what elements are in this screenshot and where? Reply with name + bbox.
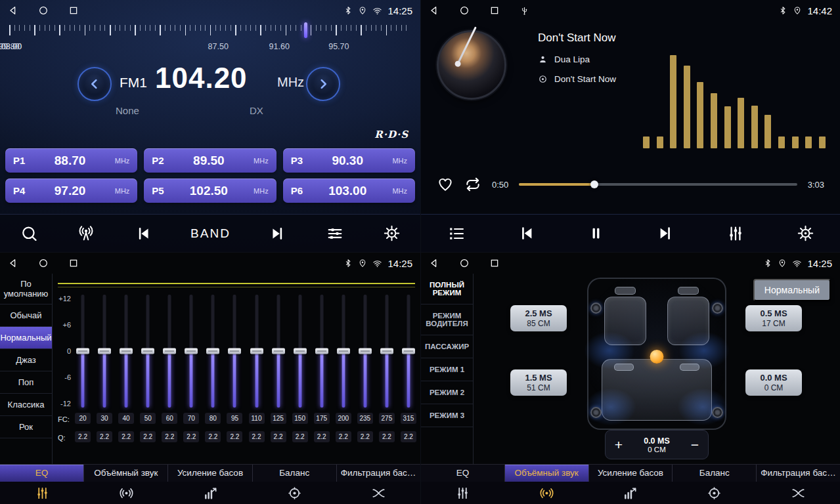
audio-tab[interactable]: Баланс: [673, 465, 757, 482]
eq-preset-item[interactable]: Нормальный: [0, 327, 52, 349]
eq-band-slider[interactable]: [401, 295, 416, 408]
nav-recents-icon[interactable]: [489, 5, 500, 16]
sound-preset-button[interactable]: Нормальный: [753, 279, 831, 301]
slider-thumb[interactable]: [402, 348, 415, 354]
tab-icon-surround[interactable]: [505, 482, 589, 504]
seek-thumb[interactable]: [590, 180, 598, 188]
mixer-icon[interactable]: [726, 224, 745, 243]
slider-thumb[interactable]: [206, 348, 219, 354]
nav-home-icon[interactable]: [38, 258, 49, 268]
tab-icon-surround[interactable]: [84, 482, 168, 504]
nav-home-icon[interactable]: [459, 258, 470, 268]
pause-icon[interactable]: [587, 224, 605, 242]
eq-band-slider[interactable]: [118, 295, 134, 408]
eq-preset-item[interactable]: Классика: [0, 394, 52, 416]
tune-down-button[interactable]: [77, 67, 112, 101]
preset-button[interactable]: P6 103.00 MHz: [283, 178, 415, 203]
audio-tab[interactable]: Фильтрация басов: [757, 465, 840, 482]
prev-track-icon[interactable]: [518, 224, 535, 242]
preset-button[interactable]: P4 97.20 MHz: [5, 178, 137, 203]
audio-tab[interactable]: Усиление басов: [168, 465, 252, 482]
nav-recents-icon[interactable]: [68, 5, 79, 16]
next-track-icon[interactable]: [657, 224, 674, 242]
slider-thumb[interactable]: [315, 348, 328, 354]
preset-button[interactable]: P5 102.50 MHz: [144, 178, 276, 203]
listening-mode-item[interactable]: РЕЖИМ 1: [421, 358, 473, 381]
band-button[interactable]: BAND: [190, 226, 231, 241]
audio-tab[interactable]: Объёмный звук: [84, 465, 168, 482]
audio-tab[interactable]: EQ: [421, 465, 505, 482]
slider-thumb[interactable]: [228, 348, 241, 354]
nav-back-icon[interactable]: [429, 5, 439, 16]
rear-left-delay[interactable]: 1.5 MS 51 CM: [510, 369, 567, 396]
preset-button[interactable]: P1 88.70 MHz: [5, 148, 137, 173]
listening-mode-item[interactable]: ПАССАЖИР: [421, 335, 473, 358]
slider-thumb[interactable]: [98, 348, 111, 354]
tab-icon-balance[interactable]: [252, 482, 336, 504]
slider-thumb[interactable]: [272, 348, 285, 354]
favorite-heart-icon[interactable]: [437, 176, 454, 193]
eq-band-slider[interactable]: [292, 295, 308, 408]
tab-icon-eq[interactable]: [421, 482, 505, 504]
audio-tab[interactable]: Объёмный звук: [505, 465, 589, 482]
front-right-delay[interactable]: 0.5 MS 17 CM: [745, 305, 802, 331]
eq-band-slider[interactable]: [357, 295, 373, 408]
nav-recents-icon[interactable]: [489, 258, 500, 268]
playlist-icon[interactable]: [447, 224, 466, 243]
frequency-scale[interactable]: 87.5091.6095.7099.80103.90108.00: [9, 22, 411, 59]
sound-center-ball[interactable]: [650, 350, 664, 364]
nav-recents-icon[interactable]: [68, 258, 79, 268]
nav-back-icon[interactable]: [8, 258, 18, 268]
eq-band-slider[interactable]: [140, 295, 156, 408]
settings-gear-icon[interactable]: [797, 224, 814, 242]
eq-band-slider[interactable]: [379, 295, 395, 408]
slider-thumb[interactable]: [120, 348, 133, 354]
eq-band-slider[interactable]: [336, 295, 351, 408]
mixer-icon[interactable]: [326, 224, 344, 243]
eq-band-slider[interactable]: [97, 295, 112, 408]
settings-gear-icon[interactable]: [383, 224, 401, 242]
preset-button[interactable]: P2 89.50 MHz: [144, 148, 276, 173]
listening-mode-item[interactable]: ПОЛНЫЙ РЕЖИМ: [421, 274, 473, 304]
tab-icon-eq[interactable]: [0, 482, 84, 504]
eq-band-slider[interactable]: [75, 295, 91, 408]
audio-tab[interactable]: Усиление басов: [589, 465, 673, 482]
slider-thumb[interactable]: [250, 348, 263, 354]
eq-preset-item[interactable]: Рок: [0, 416, 52, 438]
slider-thumb[interactable]: [185, 348, 198, 354]
repeat-icon[interactable]: [464, 176, 481, 193]
next-track-icon[interactable]: [269, 225, 286, 242]
audio-tab[interactable]: Фильтрация басов: [337, 465, 420, 482]
listening-mode-item[interactable]: РЕЖИМ 2: [421, 381, 473, 404]
tab-icon-bass-boost[interactable]: [168, 482, 252, 504]
slider-thumb[interactable]: [294, 348, 307, 354]
slider-thumb[interactable]: [76, 348, 89, 354]
tab-icon-filter[interactable]: [336, 482, 420, 504]
nav-home-icon[interactable]: [38, 5, 49, 16]
eq-band-slider[interactable]: [227, 295, 242, 408]
prev-track-icon[interactable]: [135, 225, 152, 242]
eq-preset-item[interactable]: Джаз: [0, 349, 52, 371]
eq-band-slider[interactable]: [205, 295, 221, 408]
tab-icon-filter[interactable]: [756, 482, 840, 504]
audio-tab[interactable]: EQ: [0, 465, 84, 482]
rear-right-delay[interactable]: 0.0 MS 0 CM: [745, 369, 802, 396]
slider-thumb[interactable]: [380, 348, 393, 354]
eq-band-slider[interactable]: [271, 295, 286, 408]
slider-thumb[interactable]: [337, 348, 350, 354]
preset-button[interactable]: P3 90.30 MHz: [283, 148, 415, 173]
eq-preset-item[interactable]: Поп: [0, 371, 52, 394]
eq-preset-item[interactable]: По умолчанию: [0, 274, 52, 304]
nav-back-icon[interactable]: [429, 258, 439, 268]
eq-band-slider[interactable]: [249, 295, 265, 408]
tab-icon-balance[interactable]: [673, 482, 757, 504]
broadcast-icon[interactable]: [77, 224, 95, 243]
seek-bar[interactable]: [519, 180, 797, 189]
listening-mode-item[interactable]: РЕЖИМ ВОДИТЕЛЯ: [421, 304, 473, 335]
nav-home-icon[interactable]: [459, 5, 470, 16]
eq-band-slider[interactable]: [162, 295, 177, 408]
eq-band-slider[interactable]: [183, 295, 199, 408]
front-left-delay[interactable]: 2.5 MS 85 CM: [510, 305, 567, 331]
tuning-indicator[interactable]: [304, 22, 307, 38]
tab-icon-bass-boost[interactable]: [588, 482, 673, 504]
